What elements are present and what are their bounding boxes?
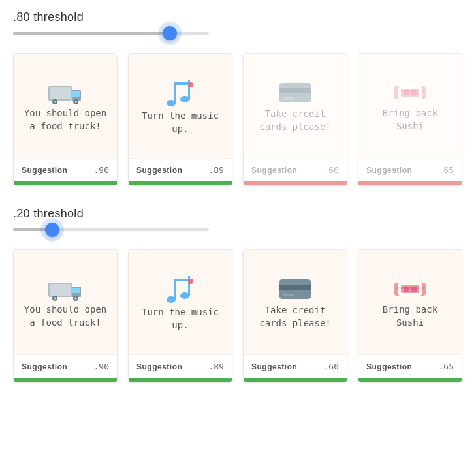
truck-icon bbox=[47, 277, 84, 304]
card-score: .60 bbox=[324, 165, 339, 175]
svg-rect-33 bbox=[174, 279, 176, 300]
card-text: Bring back Sushi bbox=[366, 304, 454, 329]
svg-rect-12 bbox=[174, 82, 190, 85]
svg-rect-7 bbox=[72, 91, 80, 97]
card-sushi-2: Bring back Sushi Suggestion .65 bbox=[358, 249, 462, 383]
slider-track bbox=[13, 32, 209, 35]
svg-rect-16 bbox=[283, 97, 294, 100]
card-icon bbox=[278, 80, 312, 108]
card-music-1: Turn the music up. Suggestion .89 bbox=[128, 53, 232, 186]
card-score: .65 bbox=[439, 362, 454, 371]
svg-point-31 bbox=[167, 296, 176, 303]
card-text: Turn the music up. bbox=[136, 110, 224, 135]
card-image-area: Bring back Sushi bbox=[358, 54, 462, 158]
card-bar bbox=[14, 181, 117, 185]
section-20: .20 threshold You shou bbox=[13, 207, 463, 383]
slider-track bbox=[13, 228, 209, 231]
card-score: .89 bbox=[209, 165, 224, 175]
card-bar bbox=[244, 378, 347, 382]
cards-row-0: You should open a food truck! Suggestion… bbox=[13, 53, 463, 186]
card-credit-2: Take credit cards please! Suggestion .60 bbox=[243, 249, 347, 383]
card-text: Bring back Sushi bbox=[366, 107, 454, 133]
card-label: Suggestion bbox=[136, 362, 182, 371]
svg-point-13 bbox=[188, 82, 193, 87]
20-threshold-slider-container bbox=[13, 226, 463, 234]
svg-rect-15 bbox=[279, 88, 311, 93]
card-image-area: Turn the music up. bbox=[129, 250, 232, 354]
card-footer: Suggestion .90 bbox=[14, 354, 117, 378]
svg-point-6 bbox=[74, 101, 77, 103]
card-image-area: Take credit cards please! bbox=[244, 250, 347, 354]
card-footer: Suggestion .60 bbox=[244, 158, 347, 181]
svg-rect-30 bbox=[72, 288, 80, 293]
card-image-area: You should open a food truck! bbox=[14, 54, 117, 158]
sushi-icon bbox=[393, 81, 427, 107]
svg-rect-39 bbox=[283, 294, 294, 296]
svg-rect-45 bbox=[396, 287, 424, 289]
80-threshold-slider-container bbox=[13, 29, 463, 37]
card-bar bbox=[129, 181, 232, 185]
svg-point-4 bbox=[54, 101, 56, 103]
svg-point-8 bbox=[167, 100, 176, 106]
card-score: .89 bbox=[209, 362, 224, 371]
card-bar bbox=[358, 181, 462, 185]
card-text: Take credit cards please! bbox=[251, 108, 339, 133]
card-score: .60 bbox=[324, 362, 339, 371]
card-bar bbox=[14, 378, 117, 382]
music-icon bbox=[163, 275, 197, 306]
card-footer: Suggestion .89 bbox=[129, 158, 232, 181]
card-text: Turn the music up. bbox=[136, 306, 224, 332]
card-food-truck-2: You should open a food truck! Suggestion… bbox=[13, 249, 118, 383]
card-credit-1: Take credit cards please! Suggestion .60 bbox=[243, 53, 347, 186]
section-title-1: .20 threshold bbox=[13, 207, 463, 221]
card-bar bbox=[244, 181, 347, 185]
svg-rect-10 bbox=[174, 82, 176, 104]
card-image-area: Bring back Sushi bbox=[358, 250, 462, 354]
card-image-area: Turn the music up. bbox=[129, 54, 232, 158]
truck-icon bbox=[47, 81, 84, 107]
card-score: .65 bbox=[439, 165, 454, 175]
card-label: Suggestion bbox=[136, 166, 182, 175]
card-footer: Suggestion .89 bbox=[129, 354, 232, 378]
card-icon bbox=[278, 277, 312, 304]
card-label: Suggestion bbox=[22, 166, 67, 175]
card-text: You should open a food truck! bbox=[22, 304, 109, 329]
svg-rect-22 bbox=[396, 90, 424, 92]
cards-row-1: You should open a food truck! Suggestion… bbox=[13, 249, 463, 383]
card-sushi-1: Bring back Sushi Suggestion .65 bbox=[358, 53, 462, 186]
card-footer: Suggestion .90 bbox=[14, 158, 117, 181]
svg-rect-38 bbox=[279, 285, 311, 290]
card-score: .90 bbox=[94, 165, 109, 175]
card-food-truck-1: You should open a food truck! Suggestion… bbox=[13, 53, 118, 186]
card-text: Take credit cards please! bbox=[251, 304, 339, 330]
card-music-2: Turn the music up. Suggestion .89 bbox=[128, 249, 232, 383]
card-label: Suggestion bbox=[366, 166, 412, 175]
card-image-area: You should open a food truck! bbox=[14, 250, 117, 354]
svg-rect-35 bbox=[174, 279, 190, 281]
card-bar bbox=[129, 378, 232, 382]
section-title-0: .80 threshold bbox=[13, 10, 463, 24]
svg-point-27 bbox=[54, 297, 56, 300]
card-score: .90 bbox=[94, 362, 109, 371]
svg-point-32 bbox=[180, 292, 189, 299]
card-label: Suggestion bbox=[22, 362, 67, 371]
svg-rect-2 bbox=[50, 87, 71, 99]
card-label: Suggestion bbox=[251, 166, 297, 175]
card-footer: Suggestion .65 bbox=[358, 158, 462, 181]
card-image-area: Take credit cards please! bbox=[244, 54, 347, 158]
svg-point-9 bbox=[180, 96, 189, 102]
card-footer: Suggestion .60 bbox=[244, 354, 347, 378]
card-label: Suggestion bbox=[251, 362, 297, 371]
card-footer: Suggestion .65 bbox=[358, 354, 462, 378]
section-80: .80 threshold You shou bbox=[13, 10, 463, 186]
sushi-icon bbox=[393, 277, 427, 304]
card-text: You should open a food truck! bbox=[22, 107, 109, 133]
card-bar bbox=[358, 378, 462, 382]
svg-point-36 bbox=[188, 279, 193, 284]
svg-point-29 bbox=[74, 297, 77, 300]
music-icon bbox=[163, 78, 197, 110]
card-label: Suggestion bbox=[366, 362, 412, 371]
svg-rect-25 bbox=[50, 284, 71, 296]
